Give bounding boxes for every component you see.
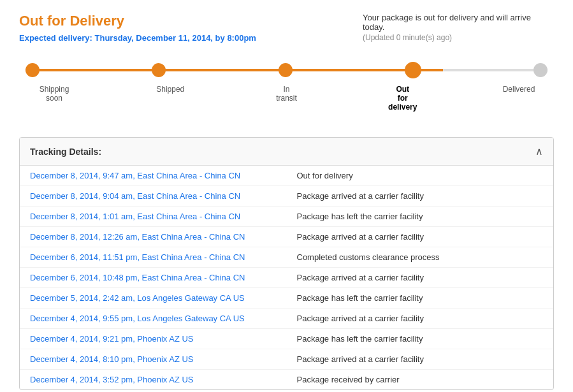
tracking-status: Package arrived at a carrier facility: [287, 186, 554, 207]
tracking-row: December 5, 2014, 2:42 am, Los Angeles G…: [20, 288, 553, 309]
tracking-status: Package has left the carrier facility: [287, 329, 554, 349]
collapse-icon[interactable]: ∧: [535, 145, 543, 157]
tracking-status: Package arrived at a carrier facility: [287, 227, 554, 247]
status-updated: (Updated 0 minute(s) ago): [363, 33, 554, 42]
tracking-date: December 4, 2014, 9:55 pm, Los Angeles G…: [20, 309, 287, 329]
tracking-date: December 8, 2014, 9:47 am, East China Ar…: [20, 166, 287, 186]
tracking-status: Out for delivery: [287, 166, 554, 186]
label-shipping-soon: Shippingsoon: [25, 85, 83, 112]
tracking-row: December 8, 2014, 12:26 am, East China A…: [20, 227, 553, 247]
tracking-status: Package received by carrier: [287, 370, 554, 390]
tracking-title: Tracking Details:: [30, 147, 101, 157]
tracking-row: December 4, 2014, 8:10 pm, Phoenix AZ US…: [20, 349, 553, 370]
tracking-date: December 6, 2014, 11:51 pm, East China A…: [20, 247, 287, 268]
label-in-transit: Intransit: [258, 85, 316, 112]
tracking-table: December 8, 2014, 9:47 am, East China Ar…: [20, 166, 553, 389]
tracking-date: December 8, 2014, 1:01 am, East China Ar…: [20, 207, 287, 227]
step-in-transit: [279, 63, 293, 77]
step-circle-in-transit: [279, 63, 293, 77]
step-circle-shipped: [152, 63, 166, 77]
tracking-date: December 6, 2014, 10:48 pm, East China A…: [20, 268, 287, 288]
tracking-row: December 8, 2014, 9:47 am, East China Ar…: [20, 166, 553, 186]
tracking-date: December 8, 2014, 9:04 am, East China Ar…: [20, 186, 287, 207]
tracking-status: Package has left the carrier facility: [287, 288, 554, 309]
tracking-date: December 4, 2014, 9:21 pm, Phoenix AZ US: [20, 329, 287, 349]
tracking-status: Package arrived at a carrier facility: [287, 309, 554, 329]
step-circle-delivered: [533, 63, 548, 77]
header-section: Out for Delivery Expected delivery: Thur…: [19, 13, 554, 43]
tracking-status: Package arrived at a carrier facility: [287, 349, 554, 370]
progress-section: Shippingsoon Shipped Intransit Outfordel…: [19, 62, 554, 112]
tracking-row: December 4, 2014, 9:55 pm, Los Angeles G…: [20, 309, 553, 329]
step-shipped: [152, 63, 166, 77]
title-area: Out for Delivery Expected delivery: Thur…: [19, 13, 256, 43]
status-area: Your package is out for delivery and wil…: [363, 13, 554, 42]
tracking-status: Completed customs clearance process: [287, 247, 554, 268]
tracking-date: December 5, 2014, 2:42 am, Los Angeles G…: [20, 288, 287, 309]
tracking-section: Tracking Details: ∧ December 8, 2014, 9:…: [19, 137, 554, 390]
tracking-status: Package arrived at a carrier facility: [287, 268, 554, 288]
label-out-for-delivery: Outfordelivery: [374, 85, 432, 112]
tracking-row: December 4, 2014, 3:52 pm, Phoenix AZ US…: [20, 370, 553, 390]
step-out-for-delivery: [405, 62, 421, 78]
tracking-row: December 6, 2014, 10:48 pm, East China A…: [20, 268, 553, 288]
tracking-row: December 6, 2014, 11:51 pm, East China A…: [20, 247, 553, 268]
expected-label: Expected delivery:: [19, 33, 92, 43]
expected-delivery: Expected delivery: Thursday, December 11…: [19, 33, 256, 43]
label-shipped: Shipped: [141, 85, 199, 112]
status-message: Your package is out for delivery and wil…: [363, 13, 554, 32]
step-delivered: [533, 63, 548, 77]
progress-track: [25, 62, 548, 78]
step-circle-shipping-soon: [25, 63, 40, 77]
tracking-header: Tracking Details: ∧: [20, 138, 553, 166]
tracking-row: December 4, 2014, 9:21 pm, Phoenix AZ US…: [20, 329, 553, 349]
step-circle-out-for-delivery: [405, 62, 421, 78]
step-labels: Shippingsoon Shipped Intransit Outfordel…: [25, 85, 548, 112]
tracking-date: December 4, 2014, 3:52 pm, Phoenix AZ US: [20, 370, 287, 390]
tracking-row: December 8, 2014, 1:01 am, East China Ar…: [20, 207, 553, 227]
main-title: Out for Delivery: [19, 13, 256, 29]
track-line-filled: [25, 69, 443, 71]
expected-date: Thursday, December 11, 2014, by 8:00pm: [95, 33, 256, 43]
label-delivered: Delivered: [490, 85, 548, 112]
tracking-date: December 8, 2014, 12:26 am, East China A…: [20, 227, 287, 247]
tracking-row: December 8, 2014, 9:04 am, East China Ar…: [20, 186, 553, 207]
step-shipping-soon: [25, 63, 40, 77]
tracking-date: December 4, 2014, 8:10 pm, Phoenix AZ US: [20, 349, 287, 370]
tracking-status: Package has left the carrier facility: [287, 207, 554, 227]
